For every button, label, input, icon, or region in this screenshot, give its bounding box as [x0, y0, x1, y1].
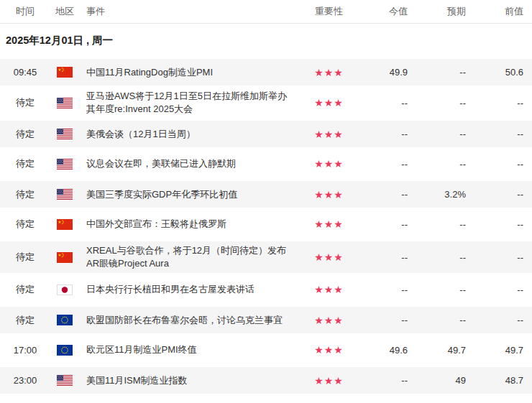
event-title: 亚马逊AWS将于12月1日至5日在拉斯维加斯举办其年度re:Invent 202…: [79, 87, 306, 119]
country-flag: [57, 345, 73, 356]
table-row[interactable]: 待定: [0, 149, 532, 179]
flag-japan-icon: [57, 284, 73, 295]
actual-value: --: [352, 315, 408, 325]
importance-stars: ★★★: [306, 158, 352, 170]
table-row[interactable]: 待定: [0, 305, 532, 335]
event-title: 日本央行行长植田和男在名古屋发表讲话: [79, 280, 306, 299]
actual-value: --: [352, 375, 408, 386]
col-header-event: 事件: [79, 2, 306, 21]
table-row[interactable]: 待定: [0, 119, 532, 149]
importance-stars: ★★★: [306, 67, 352, 78]
col-header-time: 时间: [0, 5, 50, 18]
forecast-value: --: [408, 315, 466, 325]
region-cell: [50, 315, 79, 325]
importance-stars: ★★★: [306, 129, 352, 140]
table-row[interactable]: 17:00: [0, 335, 532, 365]
event-time: 09:45: [0, 67, 50, 78]
table-header: 时间 地区 事件 重要性 今值 预期 前值: [0, 0, 532, 24]
importance-stars: ★★★: [306, 97, 352, 108]
region-cell: [50, 252, 79, 263]
actual-value: --: [352, 219, 408, 230]
event-time: 17:00: [0, 345, 50, 356]
table-row[interactable]: 09:45: [0, 57, 532, 87]
region-cell: [50, 67, 79, 78]
previous-value: --: [466, 284, 523, 295]
event-time: 待定: [0, 251, 50, 264]
importance-stars: ★★★: [306, 251, 352, 263]
actual-value: --: [352, 98, 408, 108]
event-title: 中国11月RatingDog制造业PMI: [79, 63, 306, 82]
table-row[interactable]: 23:00: [0, 365, 532, 395]
previous-value: --: [466, 252, 523, 263]
previous-value: --: [466, 315, 523, 325]
flag-china-icon: [57, 67, 73, 78]
economic-calendar: 时间 地区 事件 重要性 今值 预期 前值 2025年12月01日 , 周一 0…: [0, 0, 532, 395]
forecast-value: --: [408, 252, 466, 263]
event-time: 待定: [0, 218, 50, 231]
event-time: 待定: [0, 157, 50, 170]
event-time: 待定: [0, 128, 50, 141]
table-row[interactable]: 待定: [0, 209, 532, 239]
event-title: 议息会议在即，美联储已进入静默期: [79, 154, 306, 173]
table-row[interactable]: 待定: [0, 179, 532, 209]
importance-stars: ★★★: [306, 344, 352, 356]
country-flag: [57, 98, 73, 108]
previous-value: 50.6: [466, 67, 523, 78]
actual-value: --: [352, 284, 408, 295]
forecast-value: --: [408, 219, 466, 230]
previous-value: --: [466, 219, 523, 230]
event-time: 23:00: [0, 375, 50, 386]
actual-value: --: [352, 252, 408, 263]
flag-usa-icon: [57, 159, 73, 170]
region-cell: [50, 219, 79, 230]
country-flag: [57, 159, 73, 170]
table-row[interactable]: 待定: [0, 274, 532, 305]
region-cell: [50, 375, 79, 386]
previous-value: 49.7: [466, 345, 523, 356]
forecast-value: --: [408, 284, 466, 295]
forecast-value: --: [408, 159, 466, 170]
country-flag: [57, 375, 73, 386]
event-title: 欧盟国防部长在布鲁塞尔会晤，讨论乌克兰事宜: [79, 311, 306, 330]
actual-value: --: [352, 129, 408, 139]
forecast-value: 49.7: [408, 345, 466, 356]
country-flag: [57, 284, 73, 295]
date-header: 2025年12月01日 , 周一: [0, 24, 532, 57]
forecast-value: --: [408, 98, 466, 108]
actual-value: 49.6: [352, 345, 408, 356]
forecast-value: 3.2%: [408, 189, 466, 200]
importance-stars: ★★★: [306, 189, 352, 200]
country-flag: [57, 129, 73, 139]
country-flag: [57, 219, 73, 230]
previous-value: --: [466, 189, 523, 200]
table-body: 09:45: [0, 57, 532, 395]
event-title: 美国11月ISM制造业指数: [79, 371, 306, 390]
previous-value: --: [466, 129, 523, 139]
col-header-importance: 重要性: [306, 5, 352, 18]
col-header-forecast: 预期: [408, 5, 466, 18]
region-cell: [50, 189, 79, 200]
event-title: 美俄会谈（12月1日当周）: [79, 125, 306, 144]
flag-usa-icon: [57, 98, 73, 108]
event-title: 欧元区11月制造业PMI终值: [79, 341, 306, 359]
flag-eu-icon: [57, 345, 73, 356]
flag-usa-icon: [57, 375, 73, 386]
actual-value: --: [352, 159, 408, 170]
actual-value: --: [352, 189, 408, 200]
region-cell: [50, 345, 79, 356]
importance-stars: ★★★: [306, 284, 352, 295]
flag-usa-icon: [57, 189, 73, 200]
forecast-value: --: [408, 129, 466, 139]
event-time: 待定: [0, 96, 50, 109]
importance-stars: ★★★: [306, 375, 352, 386]
col-header-previous: 前值: [466, 5, 523, 18]
flag-eu-icon: [57, 315, 73, 325]
col-header-region: 地区: [50, 5, 79, 18]
table-row[interactable]: 待定: [0, 87, 532, 119]
event-time: 待定: [0, 314, 50, 327]
flag-usa-icon: [57, 129, 73, 139]
table-row[interactable]: 待定: [0, 239, 532, 274]
country-flag: [57, 67, 73, 78]
col-header-actual: 今值: [352, 5, 408, 18]
previous-value: 48.7: [466, 375, 523, 386]
